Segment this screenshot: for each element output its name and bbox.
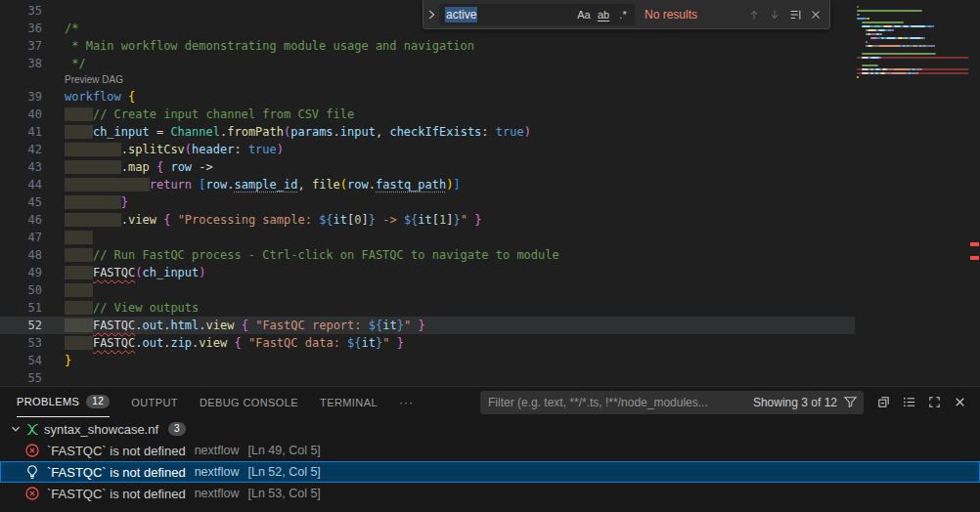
tab-terminal[interactable]: TERMINAL — [320, 387, 378, 417]
find-input[interactable]: active Aa ab .* — [439, 4, 635, 25]
more-tabs-icon[interactable]: ··· — [399, 396, 414, 409]
line-content: // View outputs — [42, 301, 199, 315]
filter-icon[interactable] — [843, 395, 858, 409]
code-line-49[interactable]: 49 FASTQC(ch_input) — [0, 264, 855, 281]
minimap-line — [857, 57, 968, 59]
line-content: * Main workflow demonstrating module usa… — [42, 39, 474, 53]
code-line-46[interactable]: 46 .view { "Processing sample: ${it[0]} … — [0, 211, 855, 229]
line-number: 55 — [0, 369, 42, 386]
problem-source: nextflow — [195, 487, 240, 500]
minimap-line — [857, 33, 968, 35]
minimap-line — [857, 61, 968, 63]
line-number: 48 — [0, 246, 42, 264]
minimap-line — [857, 29, 968, 31]
panel-actions — [873, 392, 970, 412]
line-content: FASTQC.out.zip.view { "FastQC data: ${it… — [42, 336, 404, 350]
code-lens-preview-dag[interactable]: Preview DAG — [0, 72, 855, 88]
regex-icon[interactable]: .* — [613, 5, 633, 24]
code-line-39[interactable]: 39workflow { — [0, 88, 855, 106]
line-number: 42 — [0, 141, 42, 158]
code-line-41[interactable]: 41 ch_input = Channel.fromPath(params.in… — [0, 123, 855, 141]
code-line-51[interactable]: 51 // View outputs — [0, 299, 855, 317]
match-case-icon[interactable]: Aa — [574, 5, 594, 24]
minimap-line — [857, 68, 968, 70]
code-line-44[interactable]: 44 return [row.sample_id, file(row.fastq… — [0, 176, 855, 193]
minimap-line — [857, 2, 968, 4]
code-line-53[interactable]: 53 FASTQC.out.zip.view { "FastQC data: $… — [0, 334, 855, 352]
find-query[interactable]: active — [445, 7, 477, 22]
code-line-47[interactable]: 47 — [0, 229, 855, 246]
line-number: 47 — [0, 229, 42, 246]
line-number: 46 — [0, 211, 42, 229]
line-content: // Run FastQC process - Ctrl-click on FA… — [42, 248, 559, 262]
line-number: 36 — [0, 20, 42, 37]
code-line-45[interactable]: 45 } — [0, 193, 855, 211]
problem-source: nextflow — [195, 465, 240, 479]
view-as-table-icon[interactable] — [899, 392, 919, 412]
code-line-48[interactable]: 48 // Run FastQC process - Ctrl-click on… — [0, 246, 855, 264]
line-content: } — [42, 195, 128, 209]
line-content: .map { row -> — [42, 160, 213, 174]
tab-problems[interactable]: PROBLEMS 12 — [17, 387, 110, 417]
minimap-line — [857, 41, 968, 43]
line-content: return [row.sample_id, file(row.fastq_pa… — [42, 178, 461, 192]
problems-filter[interactable]: Showing 3 of 12 — [480, 391, 864, 414]
tab-output[interactable]: OUTPUT — [131, 387, 178, 417]
line-content: FASTQC(ch_input) — [42, 266, 206, 279]
line-content: workflow { — [42, 90, 135, 104]
code-line-55[interactable]: 55 — [0, 369, 855, 386]
code-line-50[interactable]: 50 — [0, 281, 855, 299]
toggle-replace-icon[interactable] — [423, 0, 439, 28]
problem-message: `FASTQC` is not defined — [47, 444, 186, 458]
overview-ruler[interactable] — [968, 0, 980, 386]
vscode-window: 3536/*37 * Main workflow demonstrating m… — [0, 0, 980, 512]
tab-debug-console[interactable]: DEBUG CONSOLE — [200, 387, 298, 417]
problems-panel: PROBLEMS 12 OUTPUT DEBUG CONSOLE TERMINA… — [0, 386, 980, 512]
problems-file-group[interactable]: syntax_showcase.nf 3 — [0, 418, 980, 440]
minimap-line — [857, 49, 968, 51]
code-line-42[interactable]: 42 .splitCsv(header: true) — [0, 141, 855, 158]
line-content: } — [42, 354, 71, 367]
error-icon — [24, 443, 40, 458]
filter-result-count: Showing 3 of 12 — [753, 396, 837, 409]
code-line-43[interactable]: 43 .map { row -> — [0, 158, 855, 176]
line-number: 40 — [0, 106, 42, 123]
close-find-icon[interactable] — [805, 4, 825, 24]
line-content: FASTQC.out.html.view { "FastQC report: $… — [42, 319, 425, 332]
problem-message: `FASTQC` is not defined — [47, 487, 186, 501]
problem-row-3[interactable]: `FASTQC` is not definednextflow[Ln 53, C… — [0, 483, 980, 504]
previous-match-icon[interactable] — [743, 4, 764, 24]
line-number: 43 — [0, 158, 42, 176]
code-editor[interactable]: 3536/*37 * Main workflow demonstrating m… — [0, 0, 980, 386]
whole-word-icon[interactable]: ab — [594, 5, 613, 24]
problem-row-2[interactable]: `FASTQC` is not definednextflow[Ln 52, C… — [0, 461, 980, 483]
line-number: 45 — [0, 193, 42, 211]
find-results-status: No results — [645, 8, 697, 21]
problem-message: `FASTQC` is not defined — [47, 465, 186, 480]
code-line-52[interactable]: 52 FASTQC.out.html.view { "FastQC report… — [0, 317, 855, 334]
problem-row-1[interactable]: `FASTQC` is not definednextflow[Ln 49, C… — [0, 440, 980, 461]
chevron-down-icon[interactable] — [8, 422, 23, 436]
find-in-selection-icon[interactable] — [784, 4, 805, 24]
line-content: */ — [42, 57, 86, 70]
maximize-panel-icon[interactable] — [924, 392, 945, 412]
line-content: // Create input channel from CSV file — [42, 107, 354, 121]
tab-problems-label: PROBLEMS — [17, 396, 79, 407]
problems-count-badge: 12 — [86, 395, 110, 408]
minimap[interactable] — [857, 2, 968, 197]
line-number: 51 — [0, 299, 42, 317]
code-line-40[interactable]: 40 // Create input channel from CSV file — [0, 106, 855, 123]
line-number: 50 — [0, 281, 42, 299]
error-icon — [24, 486, 40, 501]
code-line-37[interactable]: 37 * Main workflow demonstrating module … — [0, 37, 855, 55]
minimap-line — [857, 25, 968, 27]
code-line-54[interactable]: 54} — [0, 352, 855, 369]
collapse-all-icon[interactable] — [873, 392, 894, 412]
minimap-line — [857, 6, 968, 8]
problem-location: [Ln 52, Col 5] — [247, 465, 320, 479]
close-panel-icon[interactable] — [950, 392, 970, 412]
code-line-38[interactable]: 38 */ — [0, 55, 855, 72]
next-match-icon[interactable] — [764, 4, 784, 24]
filter-input[interactable] — [488, 396, 749, 409]
find-widget: active Aa ab .* No results — [423, 0, 830, 29]
